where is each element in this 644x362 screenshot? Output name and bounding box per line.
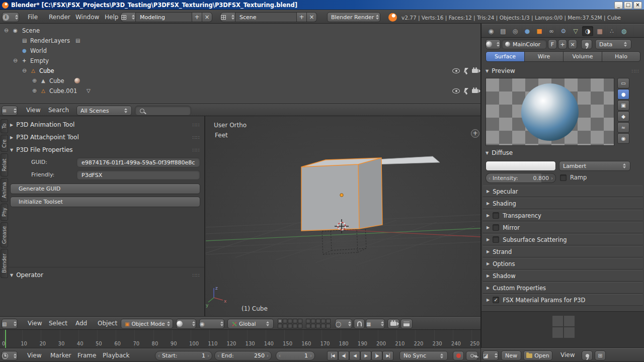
tab-object-icon[interactable]: ■	[534, 26, 545, 36]
mode-dropdown[interactable]: ▣ Object Mode	[121, 319, 173, 329]
visibility-eye-icon[interactable]	[452, 88, 460, 94]
tab-physics-icon[interactable]: ◍	[618, 26, 629, 36]
image-editor[interactable]	[481, 312, 644, 348]
scene-browse-button[interactable]	[220, 12, 235, 22]
image-options-button[interactable]: ⊞	[595, 350, 606, 360]
editor-type-info-button[interactable]: i	[2, 12, 19, 22]
outliner-editor[interactable]: ⊖ ◉ Scene ▤ RenderLayers ▤ ● World ⊖ + E…	[0, 24, 481, 104]
render-still-button[interactable]	[387, 319, 399, 329]
scene-name-field[interactable]: Scene	[235, 12, 297, 22]
increment-icon[interactable]: ›	[267, 353, 269, 358]
outliner-item-label[interactable]: RenderLayers	[30, 36, 70, 46]
unlink-material-button[interactable]: ×	[568, 39, 577, 49]
layer-toggle[interactable]	[288, 319, 292, 323]
editor-type-3dview-button[interactable]: ▧	[2, 319, 18, 329]
layer-toggle[interactable]	[293, 319, 297, 323]
panel-grip-icon[interactable]: ∷∷	[192, 269, 200, 281]
outliner-item-label[interactable]: Cube.001	[49, 86, 77, 96]
panel-checkbox[interactable]: ✓	[493, 297, 499, 303]
layer-toggle[interactable]	[326, 324, 331, 328]
window-titlebar[interactable]: Blender* [C:\FSX\FSX_Projects\P3D_Testin…	[0, 0, 644, 10]
keying-set-button[interactable]	[466, 351, 478, 360]
tab-modifiers-icon[interactable]: ⚙	[558, 26, 569, 36]
renderability-camera-icon[interactable]	[472, 89, 478, 93]
initialize-toolset-button[interactable]: Initialize Toolset	[10, 197, 200, 207]
panel-transparency[interactable]: ▶Transparency	[482, 210, 643, 221]
outliner-item-label[interactable]: Cube	[49, 76, 64, 86]
layer-toggle[interactable]	[298, 324, 302, 328]
layer-toggle[interactable]	[278, 324, 282, 328]
auto-keyframe-record-button[interactable]	[453, 351, 464, 360]
tab-render-icon[interactable]: ◉	[486, 26, 497, 36]
viewport-shading-dropdown[interactable]	[176, 319, 196, 329]
panel-checkbox[interactable]	[493, 236, 499, 243]
disclosure-expanded-icon[interactable]: ⊖	[4, 26, 9, 36]
datablock-source-dropdown[interactable]: Data	[595, 39, 631, 49]
menu-object[interactable]: Object	[98, 317, 117, 329]
disclosure-collapsed-icon[interactable]: ⊕	[32, 76, 37, 86]
viewport-3d[interactable]: z x y User Ortho Feet (1) Cube +	[205, 116, 481, 317]
panel-checkbox[interactable]	[493, 212, 499, 219]
timeline-ruler[interactable]: 0102030405060708090100110120130140150160…	[0, 330, 481, 348]
layout-name-field[interactable]: Modeling	[136, 12, 192, 22]
shelf-tab-physics[interactable]: Phy	[1, 204, 8, 221]
outliner-row-cube-object[interactable]: ⊖ △ Cube	[0, 66, 481, 76]
layer-toggle[interactable]	[316, 319, 320, 323]
render-animation-button[interactable]	[400, 319, 413, 329]
menu-file[interactable]: File	[28, 11, 38, 23]
layer-toggle[interactable]	[316, 324, 320, 328]
preview-monkey-button[interactable]: ◆	[617, 111, 629, 122]
preview-flat-button[interactable]: ▭	[617, 78, 629, 88]
type-surface-button[interactable]: Surface	[486, 51, 525, 62]
layer-toggle[interactable]	[278, 319, 282, 323]
panel-diffuse[interactable]: ▼ Diffuse	[486, 148, 642, 158]
panel-custom-properties[interactable]: ▶Custom Properties	[482, 282, 643, 294]
tab-render-layers-icon[interactable]: ▤	[498, 26, 509, 36]
ramp-checkbox[interactable]	[560, 174, 567, 181]
panel-grip-icon[interactable]: ∷∷	[192, 144, 200, 155]
layer-toggle[interactable]	[283, 319, 287, 323]
close-button[interactable]: ×	[633, 2, 642, 9]
increment-icon[interactable]: ›	[551, 175, 553, 181]
tab-world-icon[interactable]: ●	[522, 26, 533, 36]
next-keyframe-button[interactable]: |▶	[371, 351, 382, 360]
decrement-icon[interactable]: ‹	[279, 353, 281, 358]
selectability-cursor-icon[interactable]	[463, 88, 468, 95]
panel-operator[interactable]: ▼ Operator ∷∷	[10, 269, 203, 281]
disclosure-expanded-icon[interactable]: ⊖	[13, 56, 18, 66]
panel-mirror[interactable]: ▶Mirror	[482, 222, 643, 233]
delete-scene-button[interactable]: ×	[307, 12, 317, 22]
layer-toggle[interactable]	[298, 319, 302, 323]
region-expand-icon[interactable]: +	[471, 129, 479, 138]
panel-grip-icon[interactable]: ∷∷	[192, 132, 200, 143]
menu-playback[interactable]: Playback	[103, 349, 130, 361]
menu-view[interactable]: View	[26, 105, 40, 116]
outliner-row-empty[interactable]: ⊖ + Empty	[0, 56, 481, 66]
type-wire-button[interactable]: Wire	[524, 51, 564, 62]
editor-type-timeline-button[interactable]	[2, 351, 18, 360]
layer-toggle[interactable]	[321, 324, 326, 328]
maximize-button[interactable]: □	[624, 2, 632, 9]
disclosure-collapsed-icon[interactable]: ⊕	[32, 86, 37, 96]
layer-toggle[interactable]	[306, 324, 310, 328]
preview-cube-button[interactable]: ▣	[617, 100, 629, 111]
preview-hair-button[interactable]: ≈	[617, 122, 629, 133]
panel-preview[interactable]: ▼ Preview ∷∷	[486, 66, 642, 76]
new-material-button[interactable]: +	[558, 39, 567, 49]
layer-toggle[interactable]	[306, 319, 310, 323]
menu-frame[interactable]: Frame	[77, 349, 96, 361]
panel-options[interactable]: ▶Options	[482, 258, 643, 269]
layer-toggle[interactable]	[283, 324, 287, 328]
renderability-camera-icon[interactable]	[472, 69, 478, 73]
new-image-button[interactable]: New	[501, 350, 521, 360]
tab-constraints-icon[interactable]: ∞	[546, 26, 557, 36]
menu-search[interactable]: Search	[48, 105, 69, 116]
layer-toggle[interactable]	[311, 319, 315, 323]
tab-scene-icon[interactable]: ◎	[510, 26, 521, 36]
layer-toggle[interactable]	[288, 324, 292, 328]
preview-sphere-button[interactable]: ●	[617, 89, 629, 100]
jump-to-start-button[interactable]: |◀	[327, 351, 338, 360]
friendly-field[interactable]: P3dFSX	[76, 170, 200, 180]
panel-shadow[interactable]: ▶Shadow	[482, 270, 643, 282]
snap-toggle-button[interactable]	[354, 319, 365, 329]
